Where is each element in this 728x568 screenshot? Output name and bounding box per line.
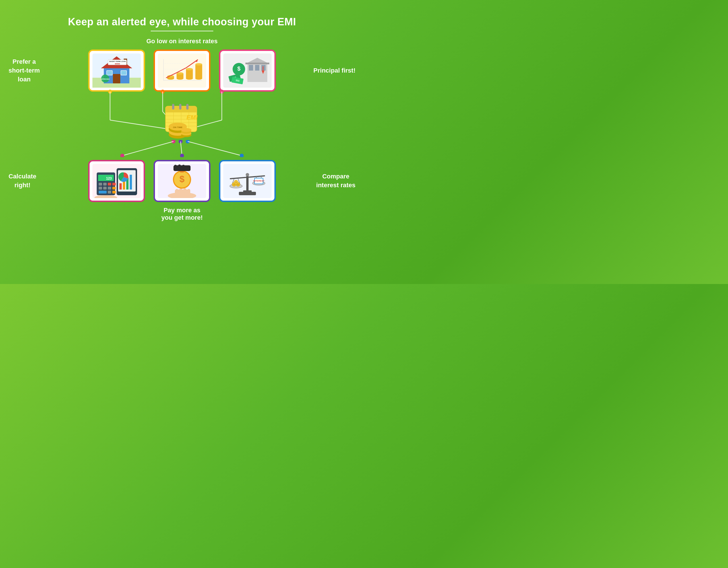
card-interest-growth <box>154 49 210 92</box>
svg-rect-130 <box>186 165 189 169</box>
svg-rect-35 <box>255 65 259 71</box>
svg-line-86 <box>181 141 182 156</box>
svg-rect-34 <box>249 65 253 71</box>
pay-more-image: $ <box>155 161 209 201</box>
svg-rect-117 <box>175 189 178 194</box>
svg-point-30 <box>195 63 202 65</box>
calculate-image: 123 <box>90 161 144 201</box>
svg-rect-108 <box>108 187 111 189</box>
svg-text:$: $ <box>237 65 240 72</box>
header-section: Keep an alerted eye, while choosing your… <box>0 0 364 31</box>
svg-rect-29 <box>195 64 202 78</box>
svg-rect-5 <box>113 74 120 83</box>
svg-text:APPROVED: APPROVED <box>101 78 110 80</box>
card-principal-first: $ $$$ $$$ <box>219 49 276 92</box>
svg-rect-94 <box>119 183 122 189</box>
emi-center-icon: EMI ON TIME <box>159 98 205 142</box>
svg-line-83 <box>122 141 173 156</box>
svg-rect-109 <box>112 187 116 189</box>
top-row-section: Prefer a short-term loan Principal first… <box>0 49 364 92</box>
svg-rect-132 <box>246 174 249 192</box>
left-label-top: Prefer a short-term loan <box>9 57 40 84</box>
connection-lines-bottom-top <box>0 140 364 157</box>
svg-rect-110 <box>99 191 107 193</box>
interest-growth-image <box>155 51 209 90</box>
svg-rect-61 <box>166 109 197 112</box>
svg-rect-102 <box>99 183 102 185</box>
svg-rect-134 <box>243 190 252 193</box>
main-title: Keep an alerted eye, while choosing your… <box>0 8 364 28</box>
svg-rect-103 <box>103 183 107 185</box>
title-divider <box>151 31 213 31</box>
svg-text:EMI: EMI <box>186 114 198 121</box>
compare-rates-image: $ $ $ INTEREST <box>220 161 274 201</box>
svg-rect-104 <box>108 183 111 185</box>
svg-rect-26 <box>186 69 193 78</box>
svg-rect-6 <box>107 71 112 75</box>
short-term-loan-image: APPROVED SHORT-TERM LOAN ■■■■■ <box>90 51 144 90</box>
svg-rect-105 <box>112 183 116 185</box>
right-label-top: Principal first! <box>313 66 355 75</box>
svg-rect-111 <box>108 191 111 193</box>
svg-text:$: $ <box>179 174 185 184</box>
page-wrapper: Keep an alerted eye, while choosing your… <box>0 0 364 284</box>
principal-first-image: $ $$$ $$$ <box>220 51 274 90</box>
svg-text:$: $ <box>235 181 237 183</box>
svg-text:$: $ <box>237 183 239 185</box>
svg-rect-64 <box>186 104 189 109</box>
top-subtitle: Go low on interest rates <box>0 38 364 45</box>
svg-point-27 <box>186 68 193 70</box>
bottom-connections-wrapper <box>0 140 364 157</box>
svg-text:$: $ <box>233 183 235 185</box>
svg-text:123: 123 <box>106 176 112 180</box>
svg-rect-127 <box>174 165 177 169</box>
emi-icon-svg: EMI ON TIME <box>159 98 205 142</box>
card-compare-rates: $ $ $ INTEREST <box>219 160 276 202</box>
bottom-subtitle: Pay more as you get more! <box>0 206 364 221</box>
card-calculate: 123 <box>88 160 145 202</box>
top-cards-row: APPROVED SHORT-TERM LOAN ■■■■■ <box>0 49 364 92</box>
svg-rect-118 <box>179 188 182 194</box>
svg-text:■■■■■: ■■■■■ <box>115 63 120 65</box>
svg-text:ON TIME: ON TIME <box>173 126 183 129</box>
svg-point-87 <box>180 154 184 157</box>
svg-text:SHORT-TERM LOAN: SHORT-TERM LOAN <box>109 61 126 62</box>
svg-rect-128 <box>178 164 181 169</box>
svg-rect-119 <box>183 188 186 194</box>
svg-line-89 <box>188 141 242 156</box>
svg-point-84 <box>120 154 124 157</box>
svg-rect-38 <box>245 63 269 64</box>
card-pay-more: $ <box>154 160 210 202</box>
svg-rect-62 <box>172 104 174 109</box>
svg-rect-129 <box>182 165 185 169</box>
svg-rect-107 <box>103 187 107 189</box>
svg-point-135 <box>246 173 249 176</box>
svg-point-90 <box>240 154 244 157</box>
svg-rect-106 <box>99 187 102 189</box>
svg-rect-120 <box>187 189 190 194</box>
bottom-cards-row: 123 <box>0 160 364 202</box>
svg-rect-7 <box>121 71 127 75</box>
right-label-bottom: Compare interest rates <box>316 172 355 190</box>
svg-rect-97 <box>130 175 132 189</box>
svg-point-81 <box>181 128 191 132</box>
svg-text:INTEREST: INTEREST <box>253 179 264 182</box>
svg-rect-63 <box>179 104 181 109</box>
left-label-bottom: Calculate right! <box>9 172 36 190</box>
card-short-term-loan: APPROVED SHORT-TERM LOAN ■■■■■ <box>88 49 145 92</box>
bottom-row-section: Calculate right! Compare interest rates <box>0 160 364 202</box>
svg-rect-112 <box>112 191 116 193</box>
